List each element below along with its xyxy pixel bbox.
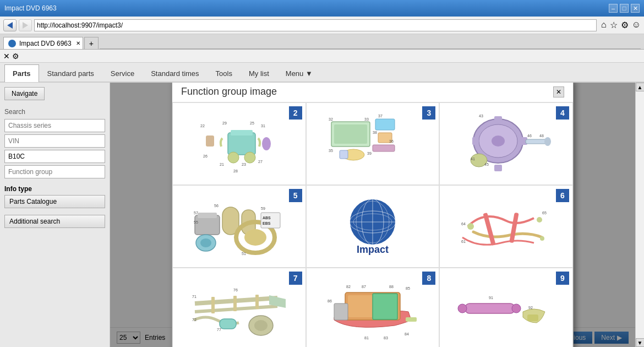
transmission-illustration: 43 46 48 41 45 (457, 111, 556, 177)
nav-parts[interactable]: Parts (4, 64, 39, 82)
tab-label: Impact DVD 6963 (19, 40, 72, 47)
svg-text:72: 72 (192, 318, 197, 322)
svg-text:23: 23 (242, 162, 246, 166)
small-parts-illustration: 91 92 (457, 276, 556, 342)
svg-text:92: 92 (528, 306, 533, 310)
svg-text:55: 55 (194, 220, 198, 224)
cell-number-3: 3 (422, 106, 435, 120)
svg-rect-72 (509, 213, 519, 243)
nav-standard-parts[interactable]: Standard parts (39, 64, 102, 82)
svg-text:27: 27 (258, 160, 263, 164)
svg-rect-35 (472, 137, 479, 145)
svg-rect-105 (527, 315, 538, 321)
right-scrollbar[interactable]: ▲ ▼ (635, 83, 644, 347)
svg-rect-3 (231, 130, 253, 135)
svg-rect-47 (198, 213, 217, 218)
svg-text:56: 56 (214, 204, 219, 208)
frame-illustration: 71 76 72 77 (189, 276, 288, 342)
svg-rect-79 (211, 297, 215, 313)
svg-text:ABS: ABS (263, 216, 271, 220)
svg-rect-18 (334, 124, 367, 144)
svg-rect-23 (340, 150, 348, 159)
svg-text:45: 45 (484, 162, 489, 166)
svg-text:65: 65 (542, 211, 547, 215)
user-icon[interactable]: ☺ (632, 20, 641, 30)
svg-rect-2 (228, 133, 255, 155)
svg-text:Impact: Impact (357, 244, 389, 255)
additional-search-button[interactable]: Additional search (4, 215, 105, 228)
cell-number-9: 9 (556, 272, 569, 285)
scroll-up-button[interactable]: ▲ (636, 83, 645, 91)
nav-menu[interactable]: Menu ▼ (277, 64, 321, 82)
modal-dialog: Function group image ✕ 2 (172, 83, 574, 347)
svg-rect-81 (255, 295, 259, 309)
grid-cell-4[interactable]: 4 (439, 102, 573, 185)
chassis-series-input[interactable] (4, 119, 105, 132)
grid-cell-3[interactable]: 3 (306, 102, 440, 185)
browser-toolbar: ⌂ ☆ ⚙ ☺ (0, 17, 644, 34)
cell-number-6: 6 (556, 189, 569, 202)
back-button[interactable] (3, 19, 17, 31)
image-grid: 2 (172, 102, 573, 347)
minimize-button[interactable]: – (609, 4, 618, 13)
parts-catalogue-button[interactable]: Parts Catalogue (4, 195, 105, 208)
svg-point-103 (458, 304, 467, 313)
close-icon[interactable]: ✕ (3, 52, 10, 61)
svg-text:38: 38 (373, 131, 377, 134)
grid-cell-7[interactable]: 7 (172, 268, 306, 347)
svg-text:51: 51 (242, 252, 246, 256)
settings-icon[interactable]: ⚙ (621, 20, 629, 30)
svg-text:31: 31 (261, 124, 265, 128)
svg-text:84: 84 (405, 332, 409, 336)
svg-point-7 (262, 137, 271, 150)
main-area: Navigate Search Info type Parts Catalogu… (0, 83, 644, 347)
svg-point-33 (492, 135, 505, 147)
svg-rect-6 (206, 135, 214, 147)
svg-rect-91 (373, 294, 397, 319)
maximize-button[interactable]: □ (620, 4, 629, 13)
grid-cell-8[interactable]: 8 (306, 268, 440, 347)
grid-cell-5[interactable]: 5 (172, 185, 306, 268)
title-bar: Impact DVD 6963 – □ ✕ (0, 0, 644, 17)
scroll-down-button[interactable]: ▼ (636, 338, 645, 347)
browser-tab-active[interactable]: Impact DVD 6963 ✕ (3, 37, 83, 49)
tab-favicon (8, 40, 16, 47)
cell-number-4: 4 (556, 106, 569, 120)
function-group-input[interactable] (4, 165, 105, 178)
nav-my-list[interactable]: My list (241, 64, 277, 82)
svg-text:32: 32 (329, 117, 333, 121)
grid-cell-impact[interactable]: Impact (306, 185, 440, 268)
modal-title: Function group image (181, 86, 277, 97)
nav-standard-times[interactable]: Standard times (143, 64, 207, 82)
electronics-illustration: 32 33 37 38 36 39 35 (323, 111, 422, 177)
address-bar[interactable] (34, 19, 597, 31)
svg-text:61: 61 (461, 240, 466, 243)
home-icon[interactable]: ⌂ (601, 20, 607, 30)
b10c-input[interactable] (4, 150, 105, 163)
new-tab-button[interactable]: + (84, 37, 99, 49)
favorites-icon[interactable]: ☆ (610, 20, 618, 30)
modal-close-button[interactable]: ✕ (553, 86, 564, 97)
grid-cell-6[interactable]: 6 (439, 185, 573, 268)
grid-cell-2[interactable]: 2 (172, 102, 306, 185)
svg-rect-84 (220, 319, 236, 329)
svg-text:71: 71 (192, 295, 197, 299)
settings-small-icon[interactable]: ⚙ (12, 52, 19, 61)
nav-tools[interactable]: Tools (208, 64, 241, 82)
vin-input[interactable] (4, 134, 105, 148)
modal-overlay[interactable]: Function group image ✕ 2 (110, 83, 635, 347)
grid-cell-9[interactable]: 9 91 (439, 268, 573, 347)
svg-text:43: 43 (479, 114, 483, 118)
svg-text:85: 85 (406, 286, 410, 290)
close-window-button[interactable]: ✕ (631, 4, 640, 13)
nav-service[interactable]: Service (102, 64, 143, 82)
navigate-button[interactable]: Navigate (4, 87, 45, 100)
forward-button[interactable] (19, 19, 32, 31)
window-controls: – □ ✕ (609, 4, 640, 13)
tab-close-button[interactable]: ✕ (76, 40, 80, 46)
info-type-title: Info type (4, 185, 105, 193)
svg-text:41: 41 (471, 157, 475, 161)
cell-number-2: 2 (289, 106, 302, 120)
svg-point-73 (467, 223, 474, 230)
svg-text:87: 87 (362, 285, 366, 289)
